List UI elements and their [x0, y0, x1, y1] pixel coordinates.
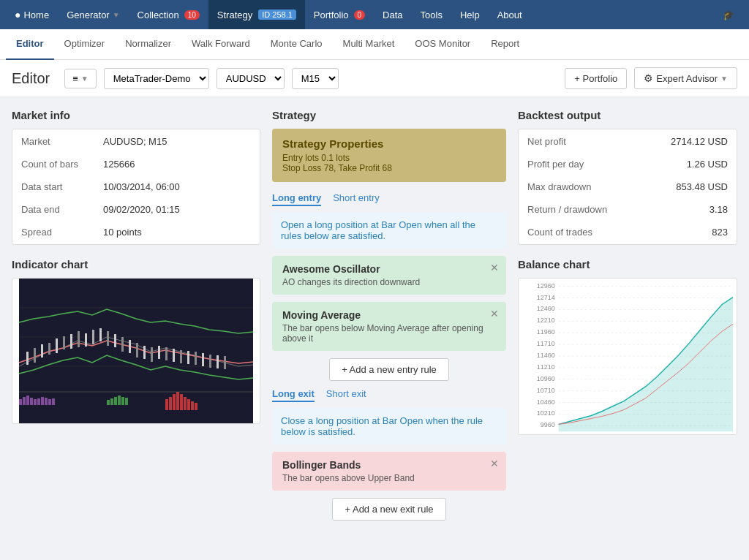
tab-short-exit[interactable]: Short exit: [326, 388, 366, 402]
table-row: Data start 10/03/2014, 06:00: [14, 176, 258, 197]
add-exit-rule-button[interactable]: + Add a new exit rule: [332, 498, 445, 521]
left-column: Market info Market AUDUSD; M15 Count of …: [12, 109, 260, 525]
tab-optimizer[interactable]: Optimizer: [54, 29, 116, 60]
backtest-title: Backtest output: [518, 109, 737, 121]
table-row: Max drawdown 853.48 USD: [520, 176, 735, 197]
svg-rect-39: [41, 397, 44, 405]
strategy-column: Strategy Strategy Properties Entry lots …: [272, 109, 506, 525]
tab-normalizer[interactable]: Normalizer: [115, 29, 181, 60]
svg-rect-25: [173, 349, 175, 362]
svg-rect-24: [165, 347, 168, 360]
expert-arrow-icon: ▼: [720, 75, 728, 83]
expert-advisor-button[interactable]: ⚙ Expert Advisor ▼: [634, 67, 737, 89]
tab-report[interactable]: Report: [481, 29, 530, 60]
rule-bollinger-bands: ✕ Bollinger Bands The bar opens above Up…: [272, 452, 506, 491]
svg-rect-13: [85, 333, 87, 347]
tab-walkforward[interactable]: Walk Forward: [181, 29, 260, 60]
nav-generator[interactable]: Generator ▼: [58, 0, 128, 29]
svg-rect-12: [78, 331, 80, 347]
svg-rect-5: [26, 352, 29, 365]
timeframe-select[interactable]: M15: [292, 68, 339, 89]
svg-rect-37: [34, 399, 37, 405]
table-row: Data end 09/02/2020, 01:15: [14, 199, 258, 220]
strategy-properties[interactable]: Strategy Properties Entry lots 0.1 lots …: [272, 129, 506, 182]
nav-help[interactable]: Help: [451, 0, 489, 29]
svg-text:10210: 10210: [537, 409, 555, 417]
tab-long-exit[interactable]: Long exit: [272, 388, 315, 402]
strategy-properties-line1: Entry lots 0.1 lots: [282, 153, 496, 163]
tab-oosmonitor[interactable]: OOS Monitor: [404, 29, 481, 60]
balance-chart: 12960 12714 12460 12210 11960 11710 1146…: [518, 278, 737, 435]
rule-moving-average: ✕ Moving Average The bar opens below Mov…: [272, 302, 506, 351]
svg-rect-32: [224, 356, 226, 369]
svg-rect-33: [19, 399, 22, 405]
svg-rect-49: [165, 399, 168, 410]
close-moving-average-button[interactable]: ✕: [490, 308, 499, 319]
indicator-chart-title: Indicator chart: [12, 258, 260, 270]
tab-long-entry[interactable]: Long entry: [272, 192, 321, 206]
tab-editor[interactable]: Editor: [6, 29, 54, 60]
svg-rect-9: [56, 338, 58, 353]
main-content: Market info Market AUDUSD; M15 Count of …: [0, 97, 749, 537]
svg-rect-15: [99, 328, 102, 341]
table-row: Return / drawdown 3.18: [520, 199, 735, 220]
svg-rect-34: [23, 397, 26, 405]
nav-collection[interactable]: Collection 10: [129, 0, 208, 29]
close-awesome-oscillator-button[interactable]: ✕: [490, 262, 499, 273]
rule-awesome-oscillator-desc: AO changes its direction downward: [282, 277, 496, 287]
svg-text:11960: 11960: [537, 328, 555, 336]
page-title: Editor: [12, 70, 50, 87]
nav-strategy[interactable]: Strategy ID 258.1: [208, 0, 305, 29]
portfolio-button[interactable]: + Portfolio: [565, 68, 627, 89]
nav-home[interactable]: ● Home: [6, 0, 58, 29]
svg-text:10710: 10710: [537, 387, 555, 394]
backtest-table: Net profit 2714.12 USD Profit per day 1.…: [518, 129, 737, 245]
table-row: Count of bars 125666: [14, 154, 258, 175]
strategy-title: Strategy: [272, 109, 506, 121]
svg-rect-54: [184, 397, 187, 410]
svg-rect-50: [169, 397, 172, 410]
svg-rect-38: [37, 398, 40, 405]
strategy-properties-line2: Stop Loss 78, Take Profit 68: [282, 163, 496, 173]
svg-text:11710: 11710: [537, 340, 555, 347]
menu-button[interactable]: ≡ ▼: [64, 69, 97, 88]
nav-portfolio[interactable]: Portfolio 0: [305, 0, 374, 29]
rule-awesome-oscillator: ✕ Awesome Oscillator AO changes its dire…: [272, 256, 506, 295]
svg-rect-30: [209, 355, 211, 368]
market-info-title: Market info: [12, 109, 260, 121]
broker-select[interactable]: MetaTrader-Demo: [104, 68, 209, 89]
long-exit-info: Close a long position at Bar Open when t…: [272, 408, 506, 444]
nav-about[interactable]: About: [489, 0, 531, 29]
table-row: Count of trades 823: [520, 222, 735, 243]
nav-tools[interactable]: Tools: [412, 0, 451, 29]
tab-short-entry[interactable]: Short entry: [333, 192, 380, 206]
nav-data[interactable]: Data: [374, 0, 411, 29]
svg-rect-48: [125, 398, 128, 405]
strategy-properties-title: Strategy Properties: [282, 137, 496, 150]
svg-text:11460: 11460: [537, 352, 555, 359]
svg-rect-28: [195, 352, 197, 365]
graduation-icon[interactable]: 🎓: [714, 0, 743, 29]
expert-icon: ⚙: [644, 72, 653, 84]
menu-arrow-icon: ▼: [81, 75, 89, 83]
add-entry-rule-button[interactable]: + Add a new entry rule: [329, 358, 449, 381]
svg-rect-29: [202, 353, 204, 366]
svg-rect-26: [180, 350, 182, 363]
svg-rect-41: [48, 399, 51, 405]
svg-text:10960: 10960: [537, 375, 555, 382]
rule-moving-average-desc: The bar opens below Moving Average after…: [282, 323, 496, 344]
tab-montecarlo[interactable]: Monte Carlo: [260, 29, 333, 60]
symbol-select[interactable]: AUDUSD: [217, 68, 285, 89]
svg-rect-53: [180, 394, 183, 410]
svg-text:9960: 9960: [541, 421, 555, 428]
svg-rect-22: [151, 347, 153, 362]
indicator-chart-svg: [12, 279, 260, 424]
svg-text:10460: 10460: [537, 398, 555, 406]
svg-rect-20: [136, 343, 138, 357]
svg-text:12210: 12210: [537, 317, 555, 324]
tab-multimarket[interactable]: Multi Market: [333, 29, 405, 60]
table-row: Spread 10 points: [14, 222, 258, 243]
svg-rect-6: [34, 348, 36, 363]
close-bollinger-bands-button[interactable]: ✕: [490, 458, 499, 469]
svg-rect-46: [118, 396, 121, 405]
